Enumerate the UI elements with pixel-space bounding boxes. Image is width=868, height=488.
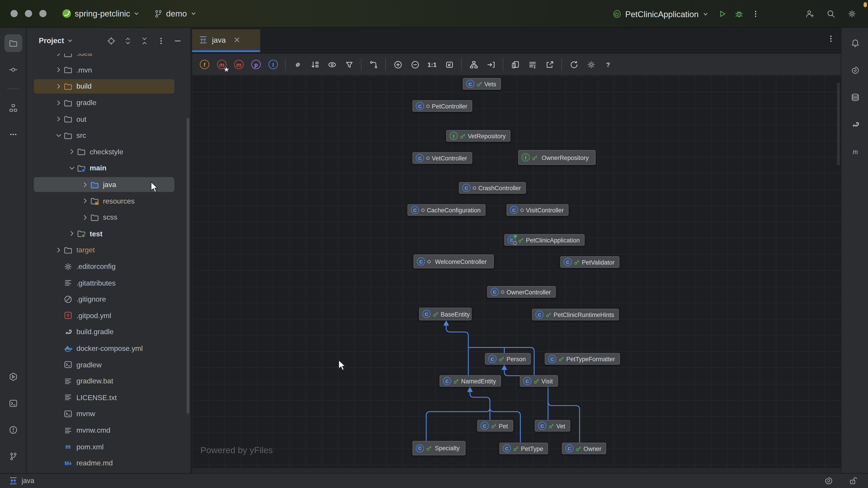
chevron-closed-icon[interactable] <box>80 180 90 189</box>
diagram-node-vet[interactable]: CVet <box>535 420 570 431</box>
tool-project[interactable] <box>4 34 22 52</box>
diagram-node-specialty[interactable]: CSpecialty <box>412 441 465 455</box>
ai-status-button[interactable] <box>820 473 837 488</box>
tool-structure[interactable] <box>4 99 22 117</box>
tool-more[interactable] <box>4 126 22 143</box>
tree-item-gitignore[interactable]: .gitignore <box>27 291 191 307</box>
diagram-node-visit[interactable]: CVisit <box>520 375 558 387</box>
expand-all-button[interactable] <box>121 33 135 48</box>
export-diagram[interactable] <box>543 58 556 71</box>
tree-item-gradlew[interactable]: gradlew <box>27 357 191 373</box>
tree-item-gitpod-yml[interactable]: Y.gitpod.yml <box>27 307 191 324</box>
diagram-node-crashcontroller[interactable]: CCrashController <box>459 182 526 194</box>
diagram-node-welcomecontroller[interactable]: CWelcomeController <box>413 255 494 268</box>
run-configuration-widget[interactable]: PetClinicApplication <box>613 9 709 19</box>
canvas-scrollbar[interactable] <box>837 83 840 165</box>
show-inner-classes[interactable]: I <box>267 58 280 71</box>
diagram-canvas[interactable]: CVetsCPetControllerIVetRepositoryCVetCon… <box>192 76 841 468</box>
diagram-node-vets[interactable]: CVets <box>463 78 501 90</box>
notifications-button[interactable] <box>846 34 864 52</box>
refresh-diagram[interactable] <box>567 58 581 71</box>
chevron-closed-icon[interactable] <box>54 246 63 254</box>
tab-java[interactable]: java <box>192 29 260 52</box>
diagram-node-vetcontroller[interactable]: CVetController <box>412 152 472 164</box>
window-close-button[interactable] <box>11 10 18 17</box>
window-zoom-button[interactable] <box>39 10 46 17</box>
tab-options-kebab[interactable] <box>827 34 835 43</box>
debug-button[interactable] <box>731 5 747 22</box>
chevron-closed-icon[interactable] <box>80 197 90 205</box>
tree-item-test[interactable]: test <box>27 225 191 242</box>
chevron-closed-icon[interactable] <box>54 115 63 123</box>
panel-options-kebab[interactable] <box>154 33 168 48</box>
diagram-node-petclinicapplication[interactable]: CPetClinicApplication <box>504 234 585 246</box>
close-tab-icon[interactable] <box>232 35 241 44</box>
chevron-closed-icon[interactable] <box>80 213 90 222</box>
tool-terminal[interactable] <box>4 394 22 412</box>
chevron-closed-icon[interactable] <box>54 82 63 91</box>
apply-current-layout[interactable] <box>467 58 480 71</box>
gradle-button[interactable] <box>846 116 864 133</box>
lock-status-button[interactable] <box>845 473 861 488</box>
diagram-node-baseentity[interactable]: CBaseEntity <box>419 308 472 320</box>
settings-button[interactable] <box>844 5 860 22</box>
edge-creation-mode[interactable] <box>367 58 380 71</box>
diagram-node-ownerrepository[interactable]: IOwnerRepository <box>518 150 596 165</box>
tree-item-gitattributes[interactable]: .gitattributes <box>27 275 191 291</box>
filter-elements[interactable] <box>342 58 356 71</box>
tree-item-target[interactable]: target <box>27 242 191 258</box>
fit-content[interactable] <box>442 58 456 71</box>
database-button[interactable] <box>846 89 864 106</box>
tree-item-mvnw-cmd[interactable]: mvnw.cmd <box>27 422 191 438</box>
show-methods[interactable]: m <box>232 58 246 71</box>
tree-scrollbar[interactable] <box>186 118 189 414</box>
tree-item-idea[interactable]: .idea <box>27 54 191 62</box>
zoom-in[interactable] <box>391 58 404 71</box>
tree-item-editorconfig[interactable]: .editorconfig <box>27 258 191 274</box>
tree-item-build-gradle[interactable]: build.gradle <box>27 324 191 340</box>
search-everywhere-button[interactable] <box>823 5 839 22</box>
add-user-button[interactable] <box>802 5 818 22</box>
tree-item-mvnw[interactable]: mvnw <box>27 406 191 422</box>
project-panel-title[interactable]: Project <box>39 37 73 45</box>
tool-problems[interactable] <box>4 421 22 439</box>
branch-widget[interactable]: demo <box>154 9 196 18</box>
show-constructors[interactable]: m★ <box>215 58 228 71</box>
locate-file-button[interactable] <box>104 33 119 48</box>
chevron-closed-icon[interactable] <box>54 98 63 107</box>
show-fields[interactable]: f <box>198 58 211 71</box>
tree-item-scss[interactable]: scss <box>27 209 191 225</box>
tree-item-gradle[interactable]: gradle <box>27 94 191 111</box>
tree-item-gradlew-bat[interactable]: gradlew.bat <box>27 373 191 389</box>
diagram-node-petclinicruntimehints[interactable]: CPetClinicRuntimeHints <box>532 309 619 320</box>
scroll-to-selection[interactable] <box>484 58 498 71</box>
show-dependencies[interactable] <box>291 58 304 71</box>
diagram-node-namedentity[interactable]: CNamedEntity <box>439 375 501 387</box>
tree-item-pom-xml[interactable]: mpom.xml <box>27 438 191 455</box>
chevron-closed-icon[interactable] <box>54 54 63 58</box>
more-actions-kebab[interactable] <box>747 5 764 22</box>
chevron-open-icon[interactable] <box>67 164 76 173</box>
collapse-all-button[interactable] <box>137 33 152 48</box>
project-widget[interactable]: spring-petclinic <box>62 9 140 18</box>
tree-item-checkstyle[interactable]: checkstyle <box>27 144 191 160</box>
diagram-node-petvalidator[interactable]: CPetValidator <box>560 256 619 268</box>
chevron-closed-icon[interactable] <box>67 147 76 156</box>
tree-item-src[interactable]: src <box>27 127 191 143</box>
maven-button[interactable]: m <box>846 143 864 160</box>
chevron-closed-icon[interactable] <box>67 229 76 238</box>
window-minimize-button[interactable] <box>25 10 32 17</box>
tree-item-resources[interactable]: resources <box>27 193 191 209</box>
tool-commit[interactable] <box>4 61 22 78</box>
diagram-node-person[interactable]: CPerson <box>485 353 531 364</box>
hide-panel-button[interactable] <box>170 33 185 48</box>
chevron-open-icon[interactable] <box>54 131 63 140</box>
diagram-node-cacheconfiguration[interactable]: CCacheConfiguration <box>407 204 486 216</box>
diagram-settings[interactable] <box>584 58 598 71</box>
show-properties[interactable]: p <box>249 58 263 71</box>
tool-run[interactable] <box>4 368 22 386</box>
tree-item-docker-compose-yml[interactable]: docker-compose.yml <box>27 340 191 357</box>
actual-size[interactable]: 1:1 <box>426 58 439 71</box>
diagram-node-ownercontroller[interactable]: COwnerController <box>487 286 556 297</box>
zoom-out[interactable] <box>408 58 422 71</box>
